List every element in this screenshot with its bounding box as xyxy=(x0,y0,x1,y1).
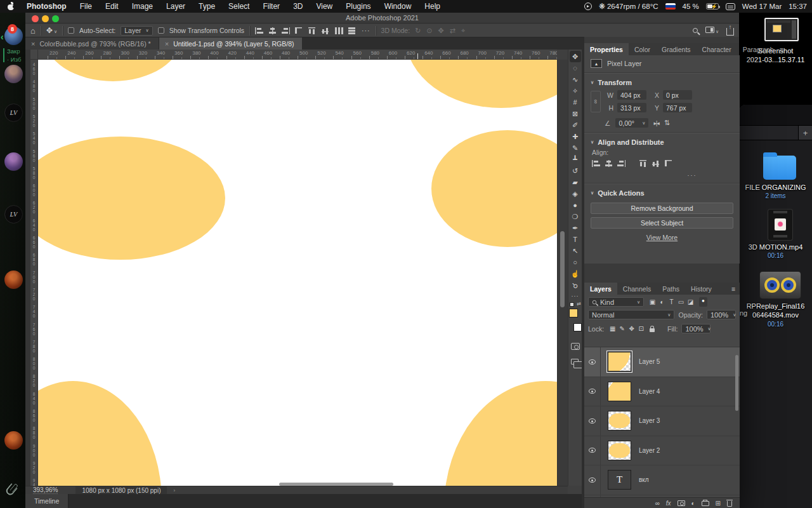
panel-menu-icon[interactable]: ≡ xyxy=(780,43,788,55)
flip-vertical-icon[interactable]: ⇅ xyxy=(664,119,669,127)
layer-row[interactable]: Layer 3 xyxy=(584,406,740,436)
align-left-icon[interactable] xyxy=(255,27,263,34)
new-group-icon[interactable] xyxy=(702,501,709,506)
align-right-icon[interactable] xyxy=(282,27,290,34)
align-top-icon[interactable] xyxy=(308,27,317,34)
healing-brush-tool[interactable]: ✚ xyxy=(570,131,581,142)
tab-paths[interactable]: Paths xyxy=(657,283,685,295)
quick-mask-icon[interactable] xyxy=(571,343,580,350)
video-file-icon[interactable] xyxy=(768,210,792,240)
apple-menu[interactable] xyxy=(0,3,22,10)
layer-visibility-cell[interactable] xyxy=(584,436,601,465)
menu-view[interactable]: View xyxy=(316,2,332,11)
share-icon[interactable] xyxy=(726,28,734,36)
battery-icon[interactable]: ⚡ xyxy=(706,3,719,10)
show-transform-checkbox[interactable] xyxy=(158,27,164,34)
workspace-switcher[interactable]: ∨ xyxy=(705,27,719,34)
select-subject-button[interactable]: Select Subject xyxy=(591,217,733,229)
lock-icon-3[interactable]: ⊡ xyxy=(636,325,646,332)
screen-mode-icon[interactable] xyxy=(571,359,579,364)
remove-background-button[interactable]: Remove Background xyxy=(591,203,733,214)
height-field[interactable]: 313 px xyxy=(617,103,646,112)
foreground-color-swatch[interactable] xyxy=(569,309,578,318)
blur-tool[interactable]: ● xyxy=(570,199,581,211)
transform-section-header[interactable]: ∨ Transform xyxy=(584,76,740,89)
delete-layer-icon[interactable] xyxy=(727,501,732,507)
align-bottom-icon[interactable] xyxy=(295,27,303,34)
align-middle-icon[interactable] xyxy=(652,160,660,167)
menu-time[interactable]: 15:37 xyxy=(789,3,807,10)
status-chevron-icon[interactable]: › xyxy=(173,488,175,493)
tab-gradients[interactable]: Gradients xyxy=(656,43,697,55)
layer-visibility-cell[interactable] xyxy=(584,465,601,495)
more-align-icon[interactable]: ··· xyxy=(584,168,740,180)
history-brush-tool[interactable]: ↺ xyxy=(570,165,581,177)
menu-photoshop[interactable]: Photoshop xyxy=(27,2,67,11)
yellow-bubble-mid-right[interactable] xyxy=(431,130,557,247)
layer-thumbnail[interactable]: T xyxy=(608,470,631,490)
tab-paragraph[interactable]: Paragraph xyxy=(737,43,780,55)
y-field[interactable]: 767 px xyxy=(663,103,692,112)
vertical-ruler[interactable]: 4 6 04 8 05 0 05 2 05 4 05 6 05 8 06 0 0… xyxy=(30,60,38,486)
lock-icon-1[interactable]: ✎ xyxy=(617,325,627,332)
panel-menu-icon[interactable]: ≡ xyxy=(731,283,740,295)
eye-icon[interactable] xyxy=(589,448,596,453)
x-field[interactable]: 0 px xyxy=(663,90,692,100)
close-tab-icon[interactable]: × xyxy=(165,40,169,48)
avatar[interactable] xyxy=(4,271,23,289)
zoom-tool[interactable]: ⚲ xyxy=(570,279,581,291)
layer-name[interactable]: вкл xyxy=(639,476,649,483)
layer-thumbnail[interactable] xyxy=(608,352,631,371)
avatar[interactable] xyxy=(4,152,23,171)
layer-visibility-cell[interactable] xyxy=(584,347,601,377)
menu-filter[interactable]: Filter xyxy=(263,2,280,11)
back-arrow-icon[interactable]: ‹ xyxy=(1,32,4,42)
layer-name[interactable]: Layer 3 xyxy=(639,417,660,424)
document-tab-active[interactable]: × Untitled-1.psd @ 394% (Layer 5, RGB/8) xyxy=(159,37,302,50)
new-tab-button[interactable]: + xyxy=(798,126,812,140)
yellow-bubble-top-right[interactable] xyxy=(406,60,557,108)
yellow-bubble-top-left[interactable] xyxy=(44,60,182,81)
fill-field[interactable]: 100%∨ xyxy=(681,324,710,333)
eye-icon[interactable] xyxy=(589,478,596,483)
folder-label[interactable]: FILE ORGANIZING xyxy=(739,183,812,192)
layer-visibility-cell[interactable] xyxy=(584,406,601,436)
menu-edit[interactable]: Edit xyxy=(105,2,119,11)
quick-actions-header[interactable]: ∨ Quick Actions xyxy=(584,187,740,199)
align-bottom-icon[interactable] xyxy=(665,160,673,167)
input-language-flag-icon[interactable] xyxy=(665,3,676,10)
lock-all-icon[interactable] xyxy=(650,328,655,332)
layer-thumbnail[interactable] xyxy=(608,382,631,401)
shape-tool[interactable]: ○ xyxy=(570,257,581,268)
color-swatches[interactable]: ⇄ xyxy=(568,309,582,331)
filter-icon-1[interactable]: ◐ xyxy=(657,298,667,305)
filter-icon-4[interactable]: ◪ xyxy=(686,298,695,305)
eyedropper-tool[interactable]: ✐ xyxy=(570,119,581,131)
view-more-link[interactable]: View More xyxy=(584,234,740,241)
document-tab[interactable]: × ColorBubble.psd @ 793% (RGB/16) * xyxy=(25,37,159,50)
layer-name[interactable]: Layer 5 xyxy=(639,358,660,365)
tab-character[interactable]: Character xyxy=(697,43,737,55)
avatar[interactable] xyxy=(4,65,23,83)
yellow-bubble-bottom-left[interactable] xyxy=(38,381,162,486)
menu-image[interactable]: Image xyxy=(132,2,153,11)
menu-select[interactable]: Select xyxy=(228,2,249,11)
close-tab-icon[interactable]: × xyxy=(31,40,35,48)
tab-history[interactable]: History xyxy=(685,283,717,295)
more-align-options[interactable]: ··· xyxy=(362,27,370,34)
layer-row[interactable]: Layer 2 xyxy=(584,436,740,466)
layer-row[interactable]: Layer 5 xyxy=(584,347,740,377)
layer-row[interactable]: Tвкл xyxy=(584,465,740,495)
flip-horizontal-icon[interactable]: ▸|◂ xyxy=(653,120,658,126)
lock-icon-0[interactable]: ▦ xyxy=(608,325,617,332)
hand-tool[interactable]: ☝ xyxy=(570,268,581,279)
filter-icon-3[interactable]: ▭ xyxy=(676,298,686,305)
object-selection-tool[interactable]: ✧ xyxy=(570,85,581,97)
menu-file[interactable]: File xyxy=(80,2,92,11)
video1-label[interactable]: 3D MOTION.mp4 xyxy=(739,243,812,251)
layers-scrollbar[interactable] xyxy=(735,355,738,411)
marquee-tool[interactable]: ◌ xyxy=(570,62,581,74)
eye-icon[interactable] xyxy=(589,389,596,394)
eraser-tool[interactable]: ▰ xyxy=(570,177,581,188)
align-middle-icon[interactable] xyxy=(322,27,330,34)
